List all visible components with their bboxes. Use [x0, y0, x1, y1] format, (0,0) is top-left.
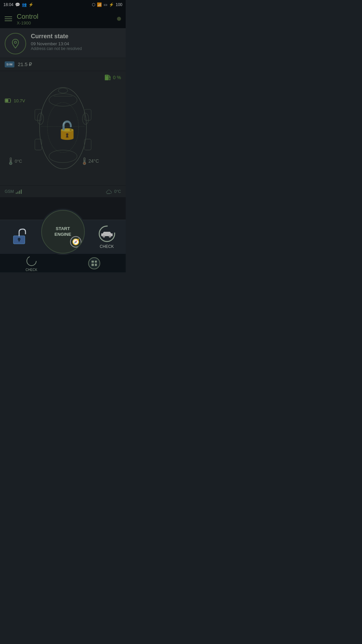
toolbar-title-group: Control X-1900 — [17, 12, 112, 25]
status-left: 18:04 💬 👥 ⚡ — [3, 2, 34, 7]
battery-level: 100 — [116, 2, 122, 7]
nav-check-label: CHECK — [25, 268, 37, 272]
start-engine-label-2: ENGINE — [55, 232, 71, 237]
status-right: ⬡ 📶 ▭ ⚡ 100 — [92, 2, 122, 7]
check-label: CHECK — [100, 244, 114, 249]
current-state-title: Current state — [31, 33, 82, 40]
state-date: 09 November 13:04 — [31, 41, 82, 46]
svg-point-26 — [103, 235, 105, 237]
nav-check-icon — [25, 255, 38, 267]
people-icon: 👥 — [22, 2, 27, 7]
current-state-section: Current state 09 November 13:04 Address … — [0, 28, 126, 58]
check-icon-wrap — [98, 225, 116, 243]
check-button[interactable]: CHECK — [98, 225, 116, 249]
compass-icon: 🧭 — [70, 236, 81, 248]
nav-check-item[interactable]: CHECK — [25, 255, 38, 272]
wifi-icon: 📶 — [97, 2, 102, 7]
outside-temperature: 0°C — [8, 157, 22, 165]
app-title: Control — [17, 12, 112, 20]
svg-point-27 — [109, 235, 111, 237]
svg-point-7 — [37, 113, 44, 124]
svg-point-15 — [58, 88, 68, 93]
nav-grid-item[interactable] — [88, 257, 100, 269]
usb-icon: ⚡ — [28, 2, 34, 7]
lock-status-icon: 🔓 — [56, 120, 78, 141]
weather-section: 0°C — [106, 189, 121, 194]
inside-temp-value: 24°C — [88, 158, 99, 164]
svg-point-8 — [82, 113, 88, 124]
svg-rect-24 — [18, 240, 20, 241]
svg-point-5 — [49, 150, 77, 162]
menu-button[interactable] — [5, 16, 12, 21]
svg-point-17 — [9, 162, 12, 165]
unlock-button[interactable] — [10, 228, 28, 245]
bolt-icon: ⚡ — [109, 2, 114, 7]
location-icon-circle — [5, 33, 26, 54]
start-engine-button[interactable]: START ENGINE 🧭 — [41, 210, 85, 254]
svg-point-28 — [27, 256, 36, 266]
sim-balance: 21.5 ₽ — [18, 61, 32, 67]
grid-icon — [88, 257, 100, 269]
connection-status-dot — [117, 17, 121, 21]
car-diagram-area: 0 % 10.7V — [0, 71, 126, 185]
outside-temp-value: 0°C — [15, 159, 22, 164]
sim-icon: SIM — [5, 61, 14, 67]
svg-point-0 — [14, 41, 17, 44]
action-row: START ENGINE 🧭 CHECK — [0, 220, 126, 254]
toolbar: Control X-1900 — [0, 9, 126, 28]
state-info: Current state 09 November 13:04 Address … — [31, 33, 82, 51]
start-engine-label-1: START — [56, 226, 70, 232]
sim-signal-icon: ▭ — [104, 2, 107, 7]
weather-temp: 0°C — [114, 189, 121, 194]
device-name: X-1900 — [17, 20, 112, 25]
gsm-section: GSM — [5, 189, 22, 194]
svg-point-20 — [83, 162, 86, 165]
bluetooth-icon: ⬡ — [92, 2, 95, 7]
fuel-value: 0 % — [113, 75, 121, 80]
main-content: Current state 09 November 13:04 Address … — [0, 28, 126, 197]
status-footer: GSM 0°C — [0, 185, 126, 197]
gsm-signal-bars — [16, 189, 22, 194]
action-panel: START ENGINE 🧭 CHECK — [0, 220, 126, 272]
svg-rect-2 — [6, 99, 8, 102]
inside-temperature: 24°C — [82, 157, 99, 165]
time: 18:04 — [3, 2, 13, 7]
sim-section: SIM 21.5 ₽ — [0, 58, 126, 71]
gsm-label: GSM — [5, 189, 14, 194]
svg-point-4 — [49, 94, 77, 106]
fuel-indicator: 0 % — [104, 74, 121, 81]
state-address: Address can not be resolved — [31, 46, 82, 51]
status-bar: 18:04 💬 👥 ⚡ ⬡ 📶 ▭ ⚡ 100 — [0, 0, 126, 9]
bottom-nav-row: CHECK — [0, 254, 126, 272]
message-icon: 💬 — [15, 2, 20, 7]
